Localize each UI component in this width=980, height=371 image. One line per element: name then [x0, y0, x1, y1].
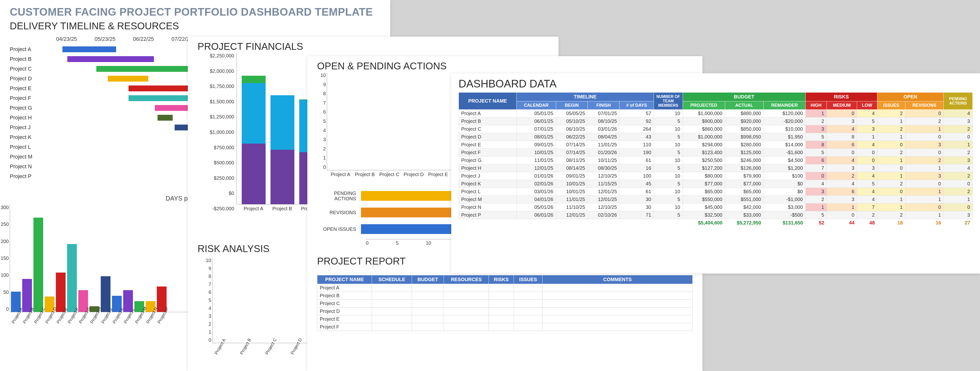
report-cell: Project A — [317, 284, 372, 292]
gantt-label: Project N — [10, 163, 51, 170]
subcol: REMAINDER — [764, 101, 806, 110]
subcol: CALENDAR — [517, 101, 556, 110]
gantt-label: Project K — [10, 134, 51, 141]
gantt-label: Project F — [10, 95, 51, 101]
gantt-label: Project C — [10, 66, 51, 72]
report-col: RESOURCES — [444, 275, 489, 284]
report-row: Project E — [317, 315, 693, 323]
subcol: FINISH — [587, 101, 619, 110]
subcol: PROJECTED — [682, 101, 725, 110]
subcol: LOW — [857, 101, 877, 110]
days-y-axis: 300250200150100500 — [0, 205, 9, 312]
act-x-label: Project E — [426, 172, 450, 178]
report-cell: Project C — [317, 300, 372, 307]
gantt-bar — [67, 56, 154, 62]
subcol: # of DAYS — [619, 101, 654, 110]
report-col: SCHEDULE — [372, 275, 412, 284]
gantt-label: Project L — [10, 144, 51, 150]
col-open: OPEN — [877, 93, 943, 101]
data-total-row: $5,404,600$5,272,950$131,650524448181627 — [459, 219, 973, 227]
fin-stack — [242, 76, 266, 204]
gantt-label: Project M — [10, 154, 51, 160]
days-bar — [33, 217, 43, 312]
data-row: Project C07/01/2506/10/2503/01/2626410$8… — [459, 125, 973, 133]
subcol: BEGIN — [556, 101, 587, 110]
fin-stack — [270, 95, 294, 204]
financials-title: PROJECT FINANCIALS — [188, 37, 558, 53]
gantt-bar — [108, 76, 148, 82]
gantt-bar — [96, 66, 188, 72]
gantt-label: Project E — [10, 85, 51, 91]
data-row: Project L03/01/2610/01/2512/01/256110$65… — [459, 188, 973, 196]
subcol: REVISIONS — [905, 101, 943, 110]
gantt-bar — [62, 46, 116, 52]
hbar-label: OPEN ISSUES — [317, 226, 361, 232]
days-x-label: Project H — [89, 313, 99, 325]
days-bar — [56, 273, 65, 312]
gantt-bar — [129, 95, 188, 101]
report-table: PROJECT NAMESCHEDULEBUDGETRESOURCESRISKS… — [307, 268, 702, 331]
act-x-label: Project B — [353, 172, 377, 178]
data-row: Project J01/01/2609/01/2512/10/2510010$8… — [459, 172, 973, 180]
gantt-label: Project P — [10, 173, 51, 179]
days-x-label: Project E — [56, 313, 65, 325]
report-cell: Project D — [317, 307, 372, 315]
data-row: Project A05/01/2505/05/2507/01/255710$1,… — [459, 110, 973, 117]
act-x-label: Project D — [401, 172, 426, 178]
data-row: Project D08/01/2506/22/2508/04/25435$1,0… — [459, 133, 973, 141]
days-bar — [101, 276, 110, 312]
gantt-bar — [155, 105, 188, 111]
data-row: Project K02/01/2610/01/2511/15/25455$77,… — [459, 180, 973, 188]
dashboard-title: CUSTOMER FACING PROJECT PORTFOLIO DASHBO… — [0, 0, 390, 21]
subcol: MEDIUM — [827, 101, 857, 110]
act-x-label: Project C — [377, 172, 401, 178]
report-row: Project D — [317, 307, 693, 315]
data-row: Project G11/01/2508/11/2510/11/256110$25… — [459, 157, 973, 165]
fin-x-label: Project A — [242, 206, 266, 211]
days-x-label: Project C — [33, 313, 43, 325]
risk-y-axis: 109876543210 — [200, 257, 211, 343]
report-col: BUDGET — [412, 275, 444, 284]
data-row: Project M04/01/2611/01/2512/01/25305$550… — [459, 196, 973, 203]
report-col: COMMENTS — [542, 275, 693, 284]
report-row: Project F — [317, 323, 693, 331]
data-row: Project H12/01/2508/14/2508/30/25165$127… — [459, 165, 973, 172]
data-table: PROJECT NAME TIMELINE NUMBER OF TEAM MEM… — [451, 92, 980, 227]
report-row: Project B — [317, 292, 693, 300]
days-x-label: Project F — [67, 313, 76, 325]
days-x-label: Project N — [145, 313, 154, 325]
col-project: PROJECT NAME — [459, 93, 517, 110]
days-x-label: Project A — [11, 313, 20, 325]
gantt-date: 05/23/25 — [95, 36, 116, 42]
days-x-label: Project M — [134, 313, 143, 325]
days-x-label: Project D — [45, 313, 54, 325]
col-budget: BUDGET — [682, 93, 805, 101]
data-row: Project N05/01/2611/10/2512/10/253010$45… — [459, 203, 973, 211]
report-cell: Project F — [317, 323, 372, 331]
hbar-label: REVISIONS — [317, 210, 361, 215]
gantt-label: Project G — [10, 105, 51, 111]
gantt-label: Project J — [10, 124, 51, 131]
data-title: DASHBOARD DATA — [451, 73, 980, 92]
hbar-label: PENDING ACTIONS — [317, 190, 361, 201]
days-x-label: Project K — [112, 313, 121, 325]
gantt-label: Project B — [10, 56, 51, 62]
report-cell: Project B — [317, 292, 372, 300]
report-row: Project A — [317, 284, 693, 292]
subcol: HIGH — [805, 101, 827, 110]
data-panel: DASHBOARD DATA PROJECT NAME TIMELINE NUM… — [451, 73, 980, 273]
subcol: ISSUES — [877, 101, 905, 110]
gantt-date: 06/22/25 — [133, 36, 154, 42]
data-row: Project P06/01/2612/01/2502/10/26715$32,… — [459, 211, 973, 219]
actions-y-axis: 109876543210 — [317, 72, 326, 170]
days-x-label: Project P — [157, 313, 166, 325]
gantt-bar — [129, 85, 188, 91]
subcol: ACTUAL — [725, 101, 764, 110]
data-row: Project E09/01/2507/14/2511/01/2511010$2… — [459, 141, 973, 149]
col-members: NUMBER OF TEAM MEMBERS — [654, 93, 682, 110]
report-col: ISSUES — [514, 275, 542, 284]
days-x-label: Project L — [123, 313, 132, 325]
col-pending: PENDING ACTIONS — [943, 93, 973, 110]
days-x-label: Project G — [78, 313, 88, 325]
col-timeline: TIMELINE — [517, 93, 654, 101]
